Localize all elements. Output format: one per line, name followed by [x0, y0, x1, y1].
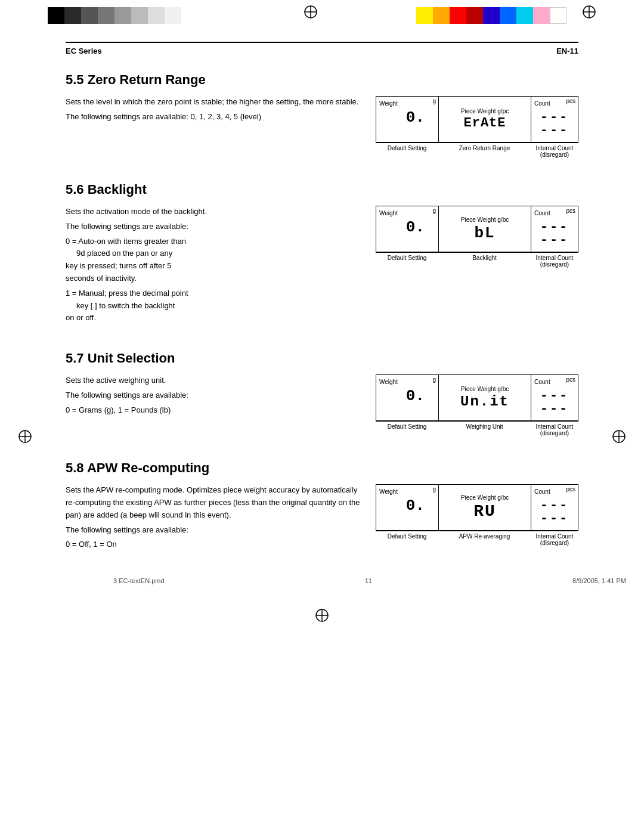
section-5-7-p2: The following settings are available: [66, 389, 364, 402]
footer-left: 3 EC-textEN.pmd [113, 577, 165, 584]
section-5-8-heading: 5.8 APW Re-computing [66, 460, 578, 476]
middle-value-55: ErAtE [463, 116, 506, 131]
bottom-center-reg [66, 608, 578, 623]
section-5-5-heading: 5.5 Zero Return Range [66, 72, 578, 88]
section-5-8-display: Weight g 0. Piece Weight g/bc RU Count p… [376, 484, 578, 553]
section-5-5-display: Weight g 0. Piece Weight g/pc ErAtE Coun… [376, 96, 578, 158]
count-label-55: Count [534, 100, 550, 107]
page-footer: 3 EC-textEN.pmd 11 8/9/2005, 1:41 PM [113, 571, 626, 584]
section-5-7-display: Weight g 0. Piece Weight g/bc Un.it Coun… [376, 374, 578, 436]
page-number: EN-11 [556, 47, 578, 55]
middle-label-55: Piece Weight g/pc [461, 108, 509, 114]
count-label-57: Count [534, 379, 550, 385]
count-value-56: ------ [534, 217, 575, 250]
reg-mark-right [566, 4, 596, 20]
section-5-7-text: Sets the active weighing unit. The follo… [66, 374, 364, 436]
section-5-8-p1: Sets the APW re-computing mode. Optimize… [66, 484, 364, 521]
section-5-5-text: Sets the level in which the zero point i… [66, 96, 364, 158]
weight-label-57: Weight [379, 379, 398, 385]
weight-value-56: 0. [379, 217, 435, 240]
middle-label-57: Piece Weight g/bc [461, 386, 509, 392]
caption-default-57: Default Setting [376, 423, 438, 436]
section-5-7-heading: 5.7 Unit Selection [66, 351, 578, 366]
caption-apw-58: APW Re-averaging [438, 533, 531, 546]
section-5-6-row: Sets the activation mode of the backligh… [66, 206, 578, 327]
section-5-7: 5.7 Unit Selection Sets the active weigh… [66, 351, 578, 436]
section-5-8-p3: 0 = Off, 1 = On [66, 538, 364, 551]
section-5-7-row: Sets the active weighing unit. The follo… [66, 374, 578, 436]
caption-default-56: Default Setting [376, 255, 438, 268]
section-5-5-p1: Sets the level in which the zero point i… [66, 96, 364, 109]
footer-center: 11 [365, 577, 372, 584]
section-5-6-p3: 0 = Auto-on with items greater than 9d p… [66, 236, 364, 285]
weight-unit-56: g [432, 208, 436, 214]
reg-mark-left [181, 4, 416, 20]
section-5-8-text: Sets the APW re-computing mode. Optimize… [66, 484, 364, 553]
weight-label-58: Weight [379, 488, 398, 495]
count-unit-57: pcs [566, 376, 575, 383]
section-5-7-p3: 0 = Grams (g), 1 = Pounds (lb) [66, 404, 364, 417]
caption-count-58: Internal Count(disregard) [531, 533, 578, 546]
caption-range-55: Zero Return Range [438, 145, 531, 158]
middle-label-58: Piece Weight g/bc [461, 494, 509, 501]
reg-mark-right-mid [612, 429, 626, 445]
count-label-56: Count [534, 210, 550, 216]
weight-unit-57: g [432, 376, 436, 383]
weight-value-57: 0. [379, 386, 435, 408]
section-5-6-p4: 1 = Manual; press the decimal point key … [66, 287, 364, 324]
count-label-58: Count [534, 488, 550, 495]
section-5-8-p2: The following settings are available: [66, 524, 364, 537]
caption-count-55: Internal Count(disregard) [531, 145, 578, 158]
middle-value-57: Un.it [460, 394, 509, 410]
section-5-5: 5.5 Zero Return Range Sets the level in … [66, 72, 578, 158]
count-unit-56: pcs [566, 208, 575, 214]
weight-value-58: 0. [379, 496, 435, 518]
reg-mark-left-mid [18, 429, 32, 445]
weight-label-55: Weight [379, 100, 398, 107]
caption-backlight-56: Backlight [438, 255, 531, 268]
count-unit-58: pcs [566, 486, 575, 493]
middle-value-56: bL [474, 224, 495, 242]
section-5-8: 5.8 APW Re-computing Sets the APW re-com… [66, 460, 578, 553]
page-header: EC Series EN-11 [66, 42, 578, 55]
footer-right: 8/9/2005, 1:41 PM [572, 577, 626, 584]
count-unit-55: pcs [566, 98, 575, 104]
right-swatches [416, 7, 566, 24]
series-label: EC Series [66, 47, 102, 55]
section-5-6-p1: Sets the activation mode of the backligh… [66, 206, 364, 218]
weight-unit-55: g [432, 98, 436, 104]
weight-unit-58: g [432, 486, 436, 493]
section-5-6: 5.6 Backlight Sets the activation mode o… [66, 182, 578, 327]
top-color-bar [0, 0, 644, 24]
section-5-6-heading: 5.6 Backlight [66, 182, 578, 197]
section-5-6-display: Weight g 0. Piece Weight g/bc bL Count p… [376, 206, 578, 327]
count-value-55: ------ [534, 107, 575, 141]
section-5-8-row: Sets the APW re-computing mode. Optimize… [66, 484, 578, 553]
caption-count-56: Internal Count(disregard) [531, 255, 578, 268]
section-5-7-p1: Sets the active weighing unit. [66, 374, 364, 387]
left-swatches [48, 7, 181, 24]
section-5-5-p2: The following settings are available: 0,… [66, 111, 364, 123]
middle-value-58: RU [473, 502, 496, 521]
section-5-6-p2: The following settings are available: [66, 221, 364, 233]
weight-label-56: Weight [379, 210, 398, 216]
middle-label-56: Piece Weight g/bc [461, 216, 509, 223]
caption-default-58: Default Setting [376, 533, 438, 546]
caption-unit-57: Weighing Unit [438, 423, 531, 436]
caption-count-57: Internal Count(disregard) [531, 423, 578, 436]
count-value-58: ------ [534, 496, 575, 529]
section-5-6-text: Sets the activation mode of the backligh… [66, 206, 364, 327]
caption-default-55: Default Setting [376, 145, 438, 158]
count-value-57: ------ [534, 386, 575, 419]
section-5-5-row: Sets the level in which the zero point i… [66, 96, 578, 158]
weight-value-55: 0. [379, 107, 435, 130]
